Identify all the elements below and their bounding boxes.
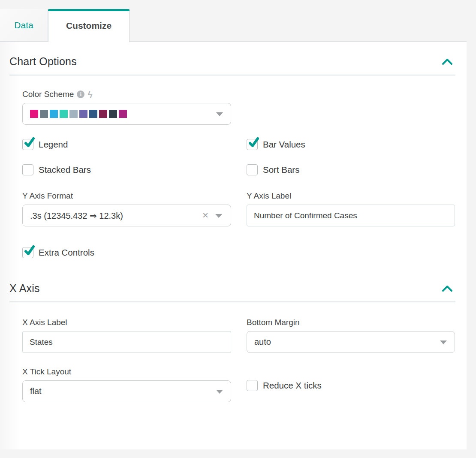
color-scheme-label: Color Scheme — [22, 90, 74, 99]
section-divider — [9, 301, 455, 302]
bolt-icon: ϟ — [87, 90, 92, 99]
color-swatch — [60, 110, 68, 118]
bar-values-label: Bar Values — [263, 139, 305, 150]
extra-controls-checkbox[interactable] — [22, 247, 33, 258]
chevron-down-icon — [216, 112, 223, 116]
color-swatch — [79, 110, 87, 118]
chart-options-header: Chart Options — [9, 42, 455, 68]
stacked-bars-label: Stacked Bars — [39, 165, 91, 175]
tab-data[interactable]: Data — [0, 9, 48, 42]
color-scheme-label-row: Color Scheme i ϟ — [22, 90, 455, 99]
x-tick-layout-select[interactable]: flat — [22, 380, 231, 402]
sort-bars-label: Sort Bars — [263, 165, 299, 175]
legend-checkbox-row[interactable]: Legend — [22, 139, 231, 150]
x-axis-header: X Axis — [9, 258, 455, 295]
chart-options-title: Chart Options — [9, 55, 77, 68]
tab-bar: Data Customize — [0, 0, 476, 42]
y-axis-format-value: .3s (12345.432 ⇒ 12.3k) — [30, 211, 123, 221]
color-scheme-select[interactable] — [22, 103, 231, 125]
chevron-down-icon — [216, 390, 223, 394]
chevron-up-icon[interactable] — [441, 284, 454, 293]
extra-controls-checkbox-row[interactable]: Extra Controls — [22, 247, 455, 258]
x-axis-label-input[interactable] — [22, 331, 231, 353]
extra-controls-label: Extra Controls — [39, 247, 94, 258]
sort-bars-checkbox-row[interactable]: Sort Bars — [247, 164, 455, 175]
legend-label: Legend — [39, 139, 68, 150]
reduce-x-ticks-checkbox[interactable] — [247, 380, 258, 391]
color-swatch — [109, 110, 117, 118]
x-axis-title: X Axis — [9, 282, 40, 295]
sort-bars-checkbox[interactable] — [247, 164, 258, 175]
bar-values-checkbox[interactable] — [247, 139, 258, 150]
x-axis-label-label: X Axis Label — [22, 318, 231, 327]
chevron-down-icon — [215, 214, 222, 218]
y-axis-format-label: Y Axis Format — [22, 191, 231, 201]
x-tick-layout-value: flat — [30, 386, 42, 396]
tab-customize-label: Customize — [66, 21, 111, 31]
y-axis-format-select[interactable]: .3s (12345.432 ⇒ 12.3k) × — [22, 205, 231, 226]
chevron-up-icon[interactable] — [441, 57, 454, 66]
customize-panel: Chart Options Color Scheme i ϟ — [0, 42, 467, 449]
legend-checkbox[interactable] — [22, 139, 33, 150]
reduce-x-ticks-label: Reduce X ticks — [263, 380, 322, 391]
color-swatch — [119, 110, 127, 118]
color-swatch — [50, 110, 58, 118]
reduce-x-ticks-checkbox-row[interactable]: Reduce X ticks — [247, 380, 455, 391]
color-swatch — [99, 110, 107, 118]
stacked-bars-checkbox[interactable] — [22, 164, 33, 175]
color-swatch — [40, 110, 48, 118]
bottom-margin-label: Bottom Margin — [247, 318, 455, 327]
stacked-bars-checkbox-row[interactable]: Stacked Bars — [22, 164, 231, 175]
chevron-down-icon — [440, 340, 447, 344]
y-axis-label-label: Y Axis Label — [247, 191, 455, 201]
color-scheme-swatches — [30, 110, 127, 118]
y-axis-label-input[interactable] — [247, 205, 455, 226]
bottom-margin-value: auto — [254, 337, 271, 347]
section-divider — [9, 75, 455, 75]
clear-icon[interactable]: × — [202, 210, 208, 220]
color-swatch — [30, 110, 38, 118]
bottom-margin-select[interactable]: auto — [247, 331, 455, 353]
x-tick-layout-label: X Tick Layout — [22, 367, 231, 377]
bar-values-checkbox-row[interactable]: Bar Values — [247, 139, 455, 150]
color-swatch — [69, 110, 78, 118]
tab-data-label: Data — [14, 20, 33, 30]
info-icon[interactable]: i — [77, 90, 84, 98]
tab-customize[interactable]: Customize — [48, 9, 130, 42]
color-swatch — [89, 110, 97, 118]
